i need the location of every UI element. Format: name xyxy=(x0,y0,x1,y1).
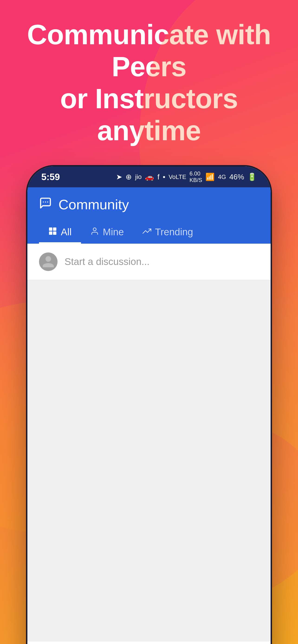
mine-tab-icon xyxy=(90,227,99,238)
facebook-icon: f xyxy=(157,173,159,181)
phone-screen: 5:59 ➤ ⊕ jio 🚗 f • VoLTE 6.00KB/S 📶 4G 4… xyxy=(26,165,272,644)
status-time: 5:59 xyxy=(41,172,60,182)
svg-rect-4 xyxy=(53,228,56,231)
user-avatar xyxy=(39,252,58,271)
discussion-input-area[interactable]: Start a discussion... xyxy=(27,244,271,280)
tab-all[interactable]: All xyxy=(39,222,81,244)
hero-title: Communicate with Peers or Instructors an… xyxy=(19,18,279,146)
tab-all-label: All xyxy=(61,226,72,238)
app-title: Community xyxy=(59,196,129,212)
tabs-container: All Mine xyxy=(39,222,259,244)
compass-icon: ⊕ xyxy=(126,172,132,181)
content-area: Start a discussion... xyxy=(27,244,271,641)
jio-icon: jio xyxy=(135,173,142,180)
location-icon: ➤ xyxy=(116,172,122,181)
car-icon: 🚗 xyxy=(145,172,154,181)
svg-rect-3 xyxy=(49,228,52,231)
battery-indicator: 46% xyxy=(229,173,244,181)
app-header: Community All xyxy=(27,187,271,244)
status-icons: ➤ ⊕ jio 🚗 f • VoLTE 6.00KB/S 📶 4G 46% 🔋 xyxy=(116,170,257,183)
dot-icon: • xyxy=(163,173,165,181)
tab-trending-label: Trending xyxy=(155,226,193,238)
signal-icon: 📶 xyxy=(205,172,215,181)
tab-mine-label: Mine xyxy=(103,226,124,238)
bottom-navigation: Home Library xyxy=(27,641,271,644)
hero-title-line2: or Instructors anytime xyxy=(60,83,238,146)
hero-section: Communicate with Peers or Instructors an… xyxy=(0,0,298,160)
status-bar: 5:59 ➤ ⊕ jio 🚗 f • VoLTE 6.00KB/S 📶 4G 4… xyxy=(27,166,271,187)
tab-trending[interactable]: Trending xyxy=(133,222,202,244)
phone-mockup: 5:59 ➤ ⊕ jio 🚗 f • VoLTE 6.00KB/S 📶 4G 4… xyxy=(26,165,272,644)
all-tab-icon xyxy=(48,227,57,238)
speed-icon: 6.00KB/S xyxy=(190,170,202,183)
network-icon: 4G xyxy=(218,174,226,180)
discussion-placeholder[interactable]: Start a discussion... xyxy=(65,256,150,267)
hero-title-line1: Communicate with Peers xyxy=(27,19,271,82)
tab-mine[interactable]: Mine xyxy=(81,222,133,244)
trending-tab-icon xyxy=(143,227,151,238)
svg-rect-5 xyxy=(49,231,52,234)
community-icon xyxy=(39,196,52,212)
empty-feed xyxy=(27,280,271,641)
battery-icon: 🔋 xyxy=(247,172,257,181)
app-title-row: Community xyxy=(39,196,259,212)
svg-rect-6 xyxy=(53,231,56,234)
volte-icon: VoLTE xyxy=(168,174,186,180)
svg-point-7 xyxy=(93,228,96,231)
